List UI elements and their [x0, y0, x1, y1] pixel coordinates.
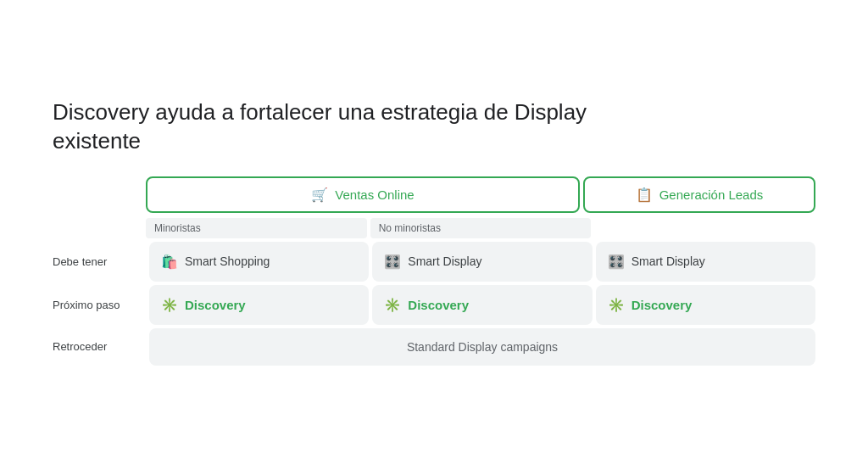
display-icon-1: 🎛️	[384, 254, 401, 270]
page-title: Discovery ayuda a fortalecer una estrate…	[53, 98, 815, 156]
standard-display-cell: Standard Display campaigns	[149, 328, 815, 366]
discovery-text-1: Discovery	[185, 298, 246, 312]
smart-display-box-2: 🎛️ Smart Display	[596, 242, 815, 282]
discovery-text-2: Discovery	[408, 298, 469, 312]
smart-display-cell-2: 🎛️ Smart Display	[596, 242, 815, 282]
smart-display-text-1: Smart Display	[408, 254, 481, 268]
sub-header-row: Minoristas No minoristas	[146, 218, 815, 238]
discovery-cell-1: ✳️ Discovery	[149, 285, 369, 325]
generacion-leads-label: Generación Leads	[659, 187, 764, 202]
smart-shopping-cell: 🛍️ Smart Shopping	[149, 242, 369, 282]
shopping-icon: 🛍️	[161, 254, 178, 270]
discovery-cell-3: ✳️ Discovery	[596, 285, 815, 325]
discovery-icon-3: ✳️	[608, 297, 625, 313]
display-icon-2: 🎛️	[608, 254, 625, 270]
debe-tener-row: Debe tener 🛍️ Smart Shopping 🎛️ Smart Di…	[53, 242, 815, 282]
diagram-section: 🛒 Ventas Online 📋 Generación Leads Minor…	[53, 176, 815, 366]
smart-display-cell-1: 🎛️ Smart Display	[372, 242, 592, 282]
ventas-online-label: Ventas Online	[335, 187, 414, 202]
leads-icon: 📋	[636, 187, 653, 203]
discovery-cell-2: ✳️ Discovery	[372, 285, 592, 325]
title-line2: existente	[53, 128, 141, 154]
generacion-leads-header: 📋 Generación Leads	[583, 176, 815, 213]
retroceder-row: Retroceder Standard Display campaigns	[53, 328, 815, 366]
smart-display-text-2: Smart Display	[632, 254, 705, 268]
no-minoristas-subheader: No minoristas	[370, 218, 592, 238]
header-row: 🛒 Ventas Online 📋 Generación Leads	[146, 176, 815, 213]
ventas-online-header: 🛒 Ventas Online	[146, 176, 580, 213]
title-line1: Discovery ayuda a fortalecer una estrate…	[53, 99, 587, 125]
proximo-paso-row: Próximo paso ✳️ Discovery ✳️ Discovery ✳…	[53, 285, 815, 325]
debe-tener-label: Debe tener	[53, 242, 146, 282]
discovery-icon-1: ✳️	[161, 297, 178, 313]
empty-subheader	[594, 218, 815, 238]
smart-shopping-box: 🛍️ Smart Shopping	[149, 242, 369, 282]
proximo-paso-label: Próximo paso	[53, 285, 146, 325]
smart-shopping-text: Smart Shopping	[185, 254, 270, 268]
retroceder-label: Retroceder	[53, 328, 146, 366]
standard-display-box: Standard Display campaigns	[149, 328, 815, 366]
discovery-box-3: ✳️ Discovery	[596, 285, 815, 325]
smart-display-box-1: 🎛️ Smart Display	[372, 242, 592, 282]
standard-display-text: Standard Display campaigns	[407, 340, 558, 354]
discovery-icon-2: ✳️	[384, 297, 401, 313]
minoristas-subheader: Minoristas	[146, 218, 367, 238]
discovery-box-1: ✳️ Discovery	[149, 285, 369, 325]
discovery-text-3: Discovery	[632, 298, 693, 312]
cart-icon: 🛒	[311, 187, 328, 203]
main-container: Discovery ayuda a fortalecer una estrate…	[27, 81, 841, 383]
discovery-box-2: ✳️ Discovery	[372, 285, 592, 325]
